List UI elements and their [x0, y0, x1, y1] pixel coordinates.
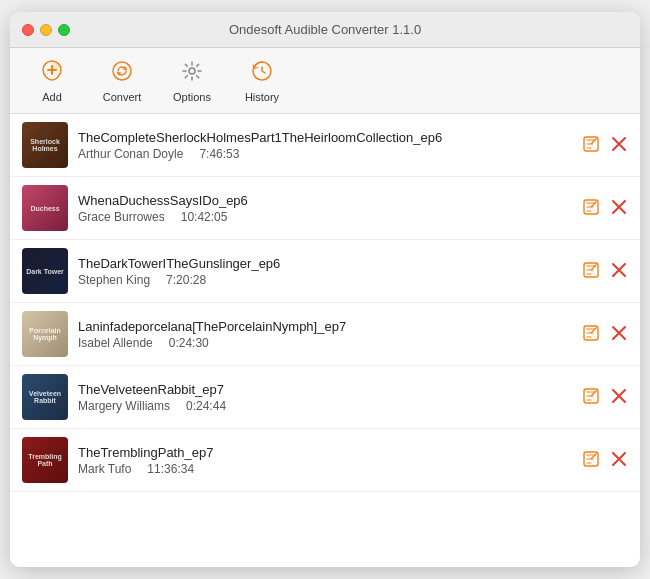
- close-button[interactable]: [22, 24, 34, 36]
- book-author: Grace Burrowes: [78, 210, 165, 224]
- add-button[interactable]: ♪ Add: [26, 54, 78, 107]
- row-actions: [582, 387, 628, 408]
- book-cover: Dark Tower: [22, 248, 68, 294]
- book-cover: Velveteen Rabbit: [22, 374, 68, 420]
- title-bar: Ondesoft Audible Converter 1.1.0: [10, 12, 640, 48]
- book-meta: Arthur Conan Doyle 7:46:53: [78, 147, 572, 161]
- history-icon: [249, 58, 275, 88]
- book-duration: 7:46:53: [199, 147, 239, 161]
- book-author: Margery Williams: [78, 399, 170, 413]
- convert-button[interactable]: Convert: [96, 54, 148, 107]
- book-title: TheDarkTowerITheGunslinger_ep6: [78, 256, 572, 271]
- app-window: Ondesoft Audible Converter 1.1.0 ♪ Add: [10, 12, 640, 567]
- book-info: TheTremblingPath_ep7 Mark Tufo 11:36:34: [78, 445, 572, 476]
- delete-button[interactable]: [610, 450, 628, 471]
- cover-image: Velveteen Rabbit: [22, 374, 68, 420]
- convert-icon: [109, 58, 135, 88]
- book-row: Duchess WhenaDuchessSaysIDo_ep6 Grace Bu…: [10, 177, 640, 240]
- row-actions: [582, 135, 628, 156]
- svg-text:♪: ♪: [50, 64, 55, 75]
- options-button[interactable]: Options: [166, 54, 218, 107]
- convert-label: Convert: [103, 91, 142, 103]
- edit-button[interactable]: [582, 198, 600, 219]
- book-meta: Isabel Allende 0:24:30: [78, 336, 572, 350]
- traffic-lights: [22, 24, 70, 36]
- cover-image: Sherlock Holmes: [22, 122, 68, 168]
- book-row: Dark Tower TheDarkTowerITheGunslinger_ep…: [10, 240, 640, 303]
- edit-button[interactable]: [582, 135, 600, 156]
- svg-point-3: [189, 68, 195, 74]
- book-cover: Trembling Path: [22, 437, 68, 483]
- row-actions: [582, 324, 628, 345]
- book-cover: Duchess: [22, 185, 68, 231]
- edit-button[interactable]: [582, 387, 600, 408]
- book-list: Sherlock Holmes TheCompleteSherlockHolme…: [10, 114, 640, 567]
- book-meta: Grace Burrowes 10:42:05: [78, 210, 572, 224]
- svg-point-2: [113, 62, 131, 80]
- book-title: Laninfadeporcelana[ThePorcelainNymph]_ep…: [78, 319, 572, 334]
- row-actions: [582, 261, 628, 282]
- window-title: Ondesoft Audible Converter 1.1.0: [229, 22, 421, 37]
- book-info: Laninfadeporcelana[ThePorcelainNymph]_ep…: [78, 319, 572, 350]
- cover-image: Dark Tower: [22, 248, 68, 294]
- book-duration: 10:42:05: [181, 210, 228, 224]
- book-meta: Stephen King 7:20:28: [78, 273, 572, 287]
- book-duration: 11:36:34: [147, 462, 194, 476]
- book-author: Isabel Allende: [78, 336, 153, 350]
- book-info: TheVelveteenRabbit_ep7 Margery Williams …: [78, 382, 572, 413]
- book-cover: Porcelain Nymph: [22, 311, 68, 357]
- book-row: Trembling Path TheTremblingPath_ep7 Mark…: [10, 429, 640, 492]
- row-actions: [582, 450, 628, 471]
- edit-button[interactable]: [582, 324, 600, 345]
- minimize-button[interactable]: [40, 24, 52, 36]
- edit-button[interactable]: [582, 261, 600, 282]
- options-icon: [179, 58, 205, 88]
- cover-image: Trembling Path: [22, 437, 68, 483]
- cover-image: Porcelain Nymph: [22, 311, 68, 357]
- maximize-button[interactable]: [58, 24, 70, 36]
- book-title: WhenaDuchessSaysIDo_ep6: [78, 193, 572, 208]
- history-button[interactable]: History: [236, 54, 288, 107]
- delete-button[interactable]: [610, 387, 628, 408]
- delete-button[interactable]: [610, 324, 628, 345]
- edit-button[interactable]: [582, 450, 600, 471]
- options-label: Options: [173, 91, 211, 103]
- book-meta: Margery Williams 0:24:44: [78, 399, 572, 413]
- add-label: Add: [42, 91, 62, 103]
- book-title: TheVelveteenRabbit_ep7: [78, 382, 572, 397]
- book-duration: 0:24:44: [186, 399, 226, 413]
- delete-button[interactable]: [610, 261, 628, 282]
- book-author: Mark Tufo: [78, 462, 131, 476]
- history-label: History: [245, 91, 279, 103]
- book-cover: Sherlock Holmes: [22, 122, 68, 168]
- book-title: TheCompleteSherlockHolmesPart1TheHeirloo…: [78, 130, 572, 145]
- book-info: WhenaDuchessSaysIDo_ep6 Grace Burrowes 1…: [78, 193, 572, 224]
- delete-button[interactable]: [610, 135, 628, 156]
- book-title: TheTremblingPath_ep7: [78, 445, 572, 460]
- cover-image: Duchess: [22, 185, 68, 231]
- book-row: Velveteen Rabbit TheVelveteenRabbit_ep7 …: [10, 366, 640, 429]
- add-icon: ♪: [39, 58, 65, 88]
- book-info: TheCompleteSherlockHolmesPart1TheHeirloo…: [78, 130, 572, 161]
- book-row: Porcelain Nymph Laninfadeporcelana[ThePo…: [10, 303, 640, 366]
- book-info: TheDarkTowerITheGunslinger_ep6 Stephen K…: [78, 256, 572, 287]
- row-actions: [582, 198, 628, 219]
- book-author: Stephen King: [78, 273, 150, 287]
- book-author: Arthur Conan Doyle: [78, 147, 183, 161]
- book-row: Sherlock Holmes TheCompleteSherlockHolme…: [10, 114, 640, 177]
- toolbar: ♪ Add Convert: [10, 48, 640, 114]
- book-duration: 7:20:28: [166, 273, 206, 287]
- book-duration: 0:24:30: [169, 336, 209, 350]
- book-meta: Mark Tufo 11:36:34: [78, 462, 572, 476]
- delete-button[interactable]: [610, 198, 628, 219]
